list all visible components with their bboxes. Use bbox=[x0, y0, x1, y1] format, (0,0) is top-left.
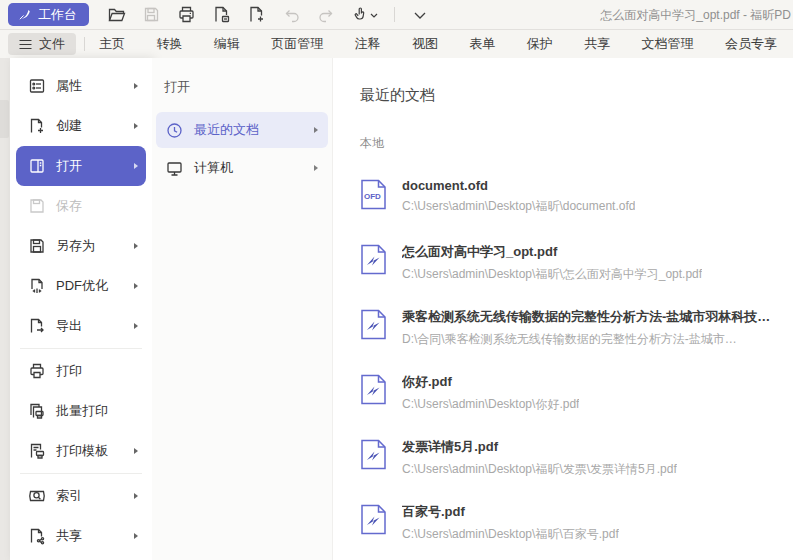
file-path: C:\Users\admin\Desktop\你好.pdf bbox=[402, 396, 579, 413]
menu-tabs: 主页 转换 编辑 页面管理 注释 视图 表单 保护 共享 文档管理 会员专享 bbox=[91, 31, 793, 57]
tab-comment[interactable]: 注释 bbox=[353, 31, 383, 57]
file-menu-item-open[interactable]: 打开 bbox=[16, 146, 146, 186]
tab-share[interactable]: 共享 bbox=[582, 31, 612, 57]
clock-icon bbox=[166, 122, 183, 139]
submenu-arrow-icon bbox=[134, 163, 138, 169]
open-item-recent-documents[interactable]: 最近的文档 bbox=[156, 112, 328, 148]
tab-protect[interactable]: 保护 bbox=[525, 31, 555, 57]
toolbar-separator bbox=[394, 7, 395, 22]
file-menu-label: 文件 bbox=[39, 35, 65, 53]
recent-file-row[interactable]: 你好.pdf C:\Users\admin\Desktop\你好.pdf bbox=[360, 373, 793, 417]
file-meta: document.ofd C:\Users\admin\Desktop\福昕\d… bbox=[402, 178, 635, 222]
file-menu-item-label: 索引 bbox=[56, 487, 124, 505]
pdf-file-icon bbox=[360, 439, 387, 470]
file-menu-item-pdf-optimize[interactable]: PDF优化 bbox=[16, 266, 146, 306]
file-menu-item-share[interactable]: 共享 bbox=[16, 516, 146, 556]
file-menu-item-create[interactable]: 创建 bbox=[16, 106, 146, 146]
file-path: D:\合同\乘客检测系统无线传输数据的完整性分析方法-盐城市… bbox=[402, 331, 770, 348]
tab-member-exclusive[interactable]: 会员专享 bbox=[723, 31, 779, 57]
tab-edit[interactable]: 编辑 bbox=[212, 31, 242, 57]
quill-pen-icon bbox=[17, 7, 32, 22]
computer-icon bbox=[166, 160, 183, 177]
print-icon bbox=[28, 362, 46, 380]
file-menu-item-index[interactable]: 索引 bbox=[16, 476, 146, 516]
file-menu-item-print[interactable]: 打印 bbox=[16, 351, 146, 391]
tab-convert[interactable]: 转换 bbox=[154, 31, 184, 57]
file-menu-item-label: 属性 bbox=[56, 77, 124, 95]
file-menu-item-save-as[interactable]: 另存为 bbox=[16, 226, 146, 266]
page-remove-icon[interactable] bbox=[211, 5, 231, 25]
tab-form[interactable]: 表单 bbox=[467, 31, 497, 57]
tab-page-management[interactable]: 页面管理 bbox=[269, 31, 325, 57]
recent-documents-title: 最近的文档 bbox=[360, 86, 793, 105]
expand-toolbar-icon[interactable] bbox=[410, 5, 430, 25]
recent-file-row[interactable]: OFD document.ofd C:\Users\admin\Desktop\… bbox=[360, 178, 793, 222]
quick-access-toolbar: 工作台 怎么面对高中学习_opt.pdf - bbox=[0, 0, 793, 30]
recent-file-list: OFD document.ofd C:\Users\admin\Desktop\… bbox=[360, 178, 793, 560]
tab-home[interactable]: 主页 bbox=[97, 31, 127, 57]
file-menu-item-label: 打开 bbox=[56, 157, 124, 175]
file-menu-item-label: 共享 bbox=[56, 527, 124, 545]
open-folder-icon[interactable] bbox=[106, 5, 126, 25]
submenu-arrow-icon bbox=[134, 83, 138, 89]
index-icon bbox=[28, 487, 46, 505]
submenu-arrow-icon bbox=[134, 243, 138, 249]
file-path: C:\Users\admin\Desktop\福昕\百家号.pdf bbox=[402, 526, 619, 543]
submenu-arrow-icon bbox=[314, 127, 318, 133]
ofd-file-icon: OFD bbox=[360, 179, 387, 210]
file-menu-button[interactable]: 文件 bbox=[8, 33, 76, 55]
undo-icon bbox=[281, 5, 301, 25]
file-menu-item-print-template[interactable]: 打印模板 bbox=[16, 431, 146, 471]
print-template-icon bbox=[28, 442, 46, 460]
file-backstage: 属性 创建 打开 保存 另存为 PDF优化 导出 bbox=[0, 58, 793, 560]
file-menu-item-export[interactable]: 导出 bbox=[16, 306, 146, 346]
submenu-arrow-icon bbox=[134, 123, 138, 129]
open-item-label: 计算机 bbox=[194, 159, 303, 177]
file-meta: 乘客检测系统无线传输数据的完整性分析方法-盐城市羽林科技… D:\合同\乘客检测… bbox=[402, 308, 770, 352]
submenu-arrow-icon bbox=[134, 283, 138, 289]
menu-divider bbox=[20, 348, 142, 349]
window-title: 怎么面对高中学习_opt.pdf - 福昕PD bbox=[600, 0, 791, 30]
workspace-button-label: 工作台 bbox=[38, 6, 77, 24]
file-menu-item-batch-print[interactable]: 批量打印 bbox=[16, 391, 146, 431]
open-item-computer[interactable]: 计算机 bbox=[156, 150, 328, 186]
file-meta: 百家号.pdf C:\Users\admin\Desktop\福昕\百家号.pd… bbox=[402, 503, 619, 547]
menubar-separator bbox=[84, 37, 85, 51]
file-path: C:\Users\admin\Desktop\福昕\怎么面对高中学习_opt.p… bbox=[402, 266, 702, 283]
file-menu-panel: 属性 创建 打开 保存 另存为 PDF优化 导出 bbox=[10, 58, 152, 560]
open-panel-title: 打开 bbox=[152, 78, 332, 110]
file-meta: 你好.pdf C:\Users\admin\Desktop\你好.pdf bbox=[402, 373, 579, 417]
pdf-file-icon bbox=[360, 504, 387, 535]
pdf-file-icon bbox=[360, 244, 387, 275]
file-name: 乘客检测系统无线传输数据的完整性分析方法-盐城市羽林科技… bbox=[402, 308, 770, 326]
properties-icon bbox=[28, 77, 46, 95]
file-menu-item-label: 打印模板 bbox=[56, 442, 124, 460]
background-app-fragment bbox=[0, 100, 9, 138]
recent-file-row[interactable]: 乘客检测系统无线传输数据的完整性分析方法-盐城市羽林科技… D:\合同\乘客检测… bbox=[360, 308, 793, 352]
svg-text:OFD: OFD bbox=[364, 192, 381, 201]
submenu-arrow-icon bbox=[314, 165, 318, 171]
file-meta: 怎么面对高中学习_opt.pdf C:\Users\admin\Desktop\… bbox=[402, 243, 702, 287]
file-name: 发票详情5月.pdf bbox=[402, 438, 677, 456]
recent-file-row[interactable]: 怎么面对高中学习_opt.pdf C:\Users\admin\Desktop\… bbox=[360, 243, 793, 287]
tab-document-management[interactable]: 文档管理 bbox=[640, 31, 696, 57]
recent-file-row[interactable]: 发票详情5月.pdf C:\Users\admin\Desktop\福昕\发票\… bbox=[360, 438, 793, 482]
page-add-icon[interactable] bbox=[246, 5, 266, 25]
file-menu-item-properties[interactable]: 属性 bbox=[16, 66, 146, 106]
print-icon[interactable] bbox=[176, 5, 196, 25]
save-icon bbox=[28, 197, 46, 215]
file-menu-item-label: PDF优化 bbox=[56, 277, 124, 295]
save-icon bbox=[141, 5, 161, 25]
tab-view[interactable]: 视图 bbox=[410, 31, 440, 57]
ribbon-menubar: 文件 主页 转换 编辑 页面管理 注释 视图 表单 保护 共享 文档管理 会员专… bbox=[0, 30, 793, 58]
workspace-button[interactable]: 工作台 bbox=[8, 3, 89, 26]
create-icon bbox=[28, 117, 46, 135]
redo-icon bbox=[316, 5, 336, 25]
file-path: C:\Users\admin\Desktop\福昕\document.ofd bbox=[402, 198, 635, 215]
open-icon bbox=[28, 157, 46, 175]
hand-tool-icon[interactable] bbox=[351, 5, 379, 25]
pdf-file-icon bbox=[360, 309, 387, 340]
submenu-arrow-icon bbox=[134, 493, 138, 499]
recent-file-row[interactable]: 百家号.pdf C:\Users\admin\Desktop\福昕\百家号.pd… bbox=[360, 503, 793, 547]
recent-documents-panel: 最近的文档 本地 OFD document.ofd C:\Users\admin… bbox=[333, 58, 793, 560]
